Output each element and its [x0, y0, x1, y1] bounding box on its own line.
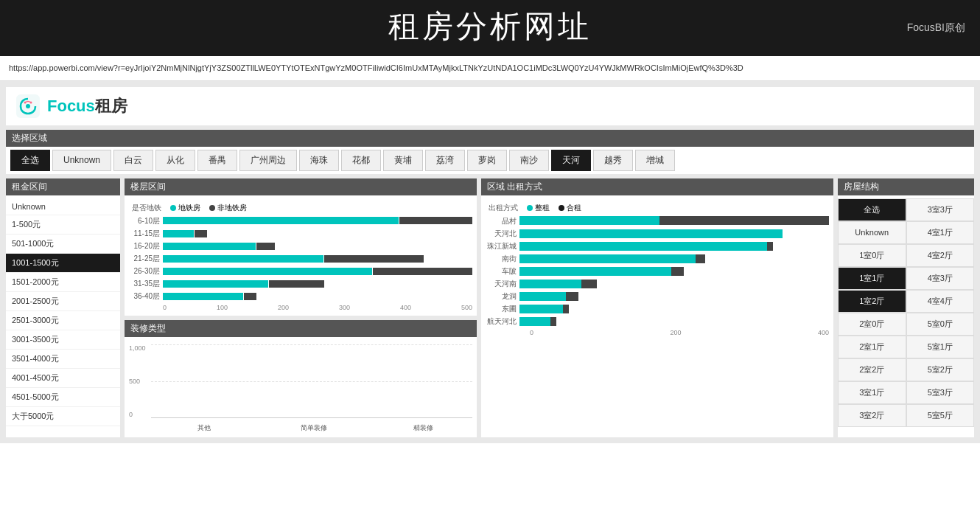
region-row-chebei: 车陂 — [486, 266, 829, 277]
room-btn-5r1l[interactable]: 5室1厅 — [906, 336, 975, 358]
room-btn-1r1l[interactable]: 1室1厅 — [838, 267, 906, 290]
bar-dark-16-20 — [256, 243, 275, 250]
bar-dark-nanjie — [696, 254, 705, 263]
region-btn-tianhe[interactable]: 天河 — [551, 150, 591, 171]
region-btn-zengcheng[interactable]: 增城 — [635, 150, 675, 171]
bar-teal-6-10 — [163, 217, 399, 224]
floor-row-11-15: 11-15层 — [129, 229, 472, 239]
region-btn-haizhu[interactable]: 海珠 — [299, 150, 339, 171]
floor-row-21-25: 21-25层 — [129, 254, 472, 264]
rent-item-1001-1500[interactable]: 1001-1500元 — [6, 254, 120, 273]
region-selector-header: 选择区域 — [6, 130, 974, 147]
room-btn-4r4l[interactable]: 4室4厅 — [906, 290, 975, 313]
room-structure-header: 房屋结构 — [838, 178, 974, 195]
region-rental-legend: 出租方式 整租 合租 — [486, 203, 829, 213]
region-btn-luogang[interactable]: 萝岗 — [467, 150, 507, 171]
region-btn-baiyun[interactable]: 白云 — [113, 150, 153, 171]
region-rental-header: 区域 出租方式 — [481, 178, 833, 195]
bar-dark-21-25 — [324, 255, 423, 263]
rent-range-header: 租金区间 — [6, 178, 120, 195]
room-btn-all[interactable]: 全选 — [838, 198, 906, 221]
teal-label: 地铁房 — [178, 203, 200, 213]
bar-dark-dongpu — [563, 305, 569, 313]
region-btn-yuexiu[interactable]: 越秀 — [593, 150, 633, 171]
region-btn-all[interactable]: 全选 — [10, 150, 50, 171]
rent-range-panel: 租金区间 Unknown 1-500元 501-1000元 1001-1500元… — [6, 178, 120, 437]
rent-item-2001-2500[interactable]: 2001-2500元 — [6, 292, 120, 311]
room-btn-3r3l[interactable]: 3室3厅 — [906, 198, 975, 221]
room-structure-panel: 房屋结构 全选 3室3厅 Unknown 4室1厅 1室0厅 4室2厅 1室1厅… — [838, 178, 974, 437]
room-btn-4r2l[interactable]: 4室2厅 — [906, 244, 975, 267]
rent-item-4001-4500[interactable]: 4001-4500元 — [6, 369, 120, 388]
floor-chart-header: 楼层区间 — [125, 178, 477, 195]
logo-text: Focus租房 — [47, 95, 127, 117]
logo-icon — [15, 93, 41, 119]
region-chart-axis: 0 200 400 — [486, 329, 829, 336]
room-btn-4r3l[interactable]: 4室3厅 — [906, 267, 975, 290]
floor-chart-panel: 楼层区间 是否地铁 地铁房 非地铁房 — [125, 178, 477, 316]
dec-label-refined: 精装修 — [413, 423, 433, 433]
dashboard-header: Focus租房 — [6, 87, 974, 125]
bar-teal-chebei — [519, 267, 671, 276]
room-btn-3r2l[interactable]: 3室2厅 — [838, 404, 906, 427]
region-btn-nansha[interactable]: 南沙 — [509, 150, 549, 171]
rental-teal-dot — [527, 205, 533, 211]
region-btn-gzperiphery[interactable]: 广州周边 — [239, 150, 297, 171]
dec-bar-simple: 简单装修 — [265, 422, 363, 433]
bar-dark-26-30 — [373, 268, 472, 275]
room-btn-2r0l[interactable]: 2室0厅 — [838, 313, 906, 336]
dark-label: 非地铁房 — [217, 203, 247, 213]
room-btn-3r1l[interactable]: 3室1厅 — [838, 381, 906, 404]
bar-dark-31-35 — [269, 280, 325, 288]
rent-item-2501-3000[interactable]: 2501-3000元 — [6, 311, 120, 330]
region-btn-huangpu[interactable]: 黄埔 — [383, 150, 423, 171]
brand-label: FocusBI原创 — [907, 21, 965, 35]
decoration-chart-header: 装修类型 — [125, 320, 477, 337]
dec-bar-refined: 精装修 — [374, 422, 472, 433]
room-btn-2r1l[interactable]: 2室1厅 — [838, 336, 906, 358]
bar-dark-11-15 — [195, 230, 207, 237]
region-row-htbei: 航天河北 — [486, 316, 829, 327]
room-btn-1r2l[interactable]: 1室2厅 — [838, 290, 906, 313]
rent-item-1501-2000[interactable]: 1501-2000元 — [6, 273, 120, 292]
region-btn-unknown[interactable]: Unknown — [52, 150, 111, 171]
floor-legend-dark: 非地铁房 — [209, 203, 247, 213]
floor-row-26-30: 26-30层 — [129, 266, 472, 277]
rent-item-3501-4000[interactable]: 3501-4000元 — [6, 350, 120, 369]
region-btn-panyu[interactable]: 番禺 — [197, 150, 237, 171]
region-selector: 选择区域 全选 Unknown 白云 从化 番禺 广州周边 海珠 花都 黄埔 荔… — [6, 130, 974, 174]
rent-item-4501-5000[interactable]: 4501-5000元 — [6, 388, 120, 407]
dec-y-axis: 1,000 500 0 — [129, 344, 146, 418]
room-btn-5r0l[interactable]: 5室0厅 — [906, 313, 975, 336]
svg-point-2 — [24, 101, 27, 103]
region-btn-conghua[interactable]: 从化 — [155, 150, 195, 171]
floor-row-16-20: 16-20层 — [129, 241, 472, 251]
room-grid: 全选 3室3厅 Unknown 4室1厅 1室0厅 4室2厅 1室1厅 4室3厅… — [838, 198, 974, 427]
rent-item-unknown[interactable]: Unknown — [6, 198, 120, 215]
region-row-longdong: 龙洞 — [486, 291, 829, 302]
room-btn-4r1l[interactable]: 4室1厅 — [906, 221, 975, 244]
room-btn-5r3l[interactable]: 5室3厅 — [906, 381, 975, 404]
rent-item-1-500[interactable]: 1-500元 — [6, 215, 120, 235]
region-row-dongpu: 东圃 — [486, 304, 829, 314]
bar-teal-31-35 — [163, 280, 268, 288]
room-btn-2r2l[interactable]: 2室2厅 — [838, 358, 906, 381]
room-btn-5r2l[interactable]: 5室2厅 — [906, 358, 975, 381]
bar-dark-tianhenan — [581, 280, 597, 288]
floor-row-6-10: 6-10层 — [129, 216, 472, 226]
room-btn-5r5l[interactable]: 5室5厅 — [906, 404, 975, 427]
rental-dark-label: 合租 — [567, 203, 581, 213]
region-row-pincun: 品村 — [486, 216, 829, 226]
region-row-nanjie: 南街 — [486, 254, 829, 264]
bar-dark-36-40 — [244, 293, 256, 300]
rent-item-501-1000[interactable]: 501-1000元 — [6, 235, 120, 254]
floor-chart-legend: 是否地铁 地铁房 非地铁房 — [129, 203, 472, 213]
region-btn-liwan[interactable]: 荔湾 — [425, 150, 465, 171]
room-btn-1r0l[interactable]: 1室0厅 — [838, 244, 906, 267]
room-btn-unknown[interactable]: Unknown — [838, 221, 906, 244]
bar-dark-pincun — [659, 216, 829, 225]
rent-item-gt5000[interactable]: 大于5000元 — [6, 407, 120, 426]
rent-item-3001-3500[interactable]: 3001-3500元 — [6, 330, 120, 350]
decoration-chart-container: 1,000 500 0 — [125, 340, 477, 437]
region-btn-huadu[interactable]: 花都 — [341, 150, 381, 171]
